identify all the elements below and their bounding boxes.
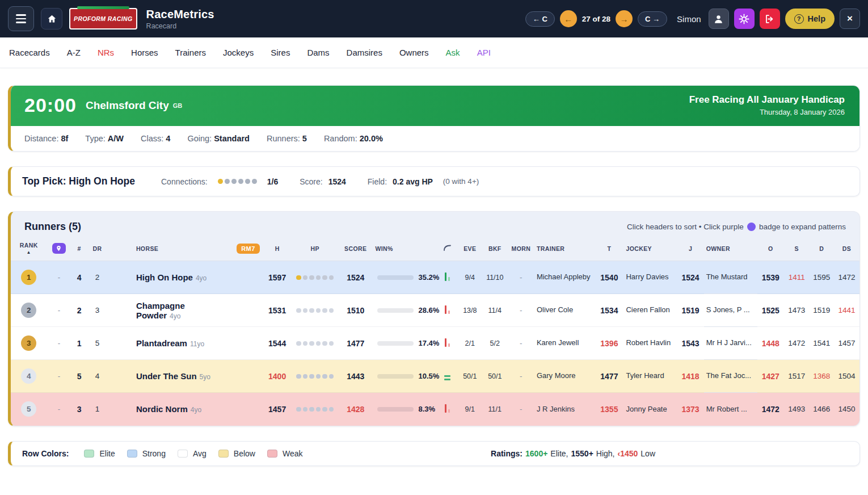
close-button[interactable]: ×	[840, 9, 860, 29]
t-cell: 1477	[595, 360, 623, 393]
col-rm7[interactable]: RM7	[234, 238, 263, 261]
help-button[interactable]: ? Help	[785, 9, 835, 29]
form-curve-icon	[443, 245, 451, 251]
form-spark-icon	[445, 338, 450, 347]
horse-cell[interactable]: Plantadream11yo	[134, 327, 234, 360]
jockey-cell[interactable]: Tyler Heard	[623, 360, 677, 393]
ds-cell: 1504	[834, 360, 859, 393]
tab-nrs[interactable]: NRs	[98, 48, 114, 57]
race-type: Type:A/W	[85, 134, 124, 143]
col-o[interactable]: O	[757, 238, 784, 261]
proform-racing-logo[interactable]: PROFORM RACING	[69, 8, 137, 30]
col-t[interactable]: T	[595, 238, 623, 261]
race-header-right: Free Racing All January Handicap Thursda…	[689, 94, 845, 116]
col-s[interactable]: S	[784, 238, 810, 261]
trainer-cell[interactable]: Gary Moore	[534, 360, 595, 393]
tab-sires[interactable]: Sires	[271, 48, 290, 57]
home-button[interactable]	[41, 8, 62, 30]
runner-row[interactable]: 5 - 3 1 Nordic Norm4yo 1457 1428 8.3% 9/…	[11, 393, 859, 426]
col-number[interactable]: #	[71, 238, 87, 261]
jockey-cell[interactable]: Harry Davies	[623, 261, 677, 294]
j-cell: 1519	[677, 294, 704, 327]
next-course-button[interactable]: C →	[638, 11, 667, 27]
hamburger-menu-button[interactable]	[8, 6, 34, 31]
connections-dots	[218, 179, 257, 184]
race-random: Random:20.0%	[324, 134, 383, 143]
col-horse[interactable]: HORSE	[134, 238, 234, 261]
tab-dams[interactable]: Dams	[307, 48, 329, 57]
col-draw[interactable]: DR	[87, 238, 107, 261]
ds-cell: 1441	[834, 294, 859, 327]
tab-horses[interactable]: Horses	[131, 48, 158, 57]
jockey-cell[interactable]: Jonny Peate	[623, 393, 677, 426]
runner-row[interactable]: 4 - 5 4 Under The Sun5yo 1400 1443 10.5%…	[11, 360, 859, 393]
col-win[interactable]: WIN%	[373, 238, 437, 261]
owner-cell[interactable]: The Fat Joc...	[704, 360, 757, 393]
col-morn[interactable]: MORN	[508, 238, 534, 261]
rank-badge: 3	[21, 335, 36, 351]
tab-owners[interactable]: Owners	[399, 48, 429, 57]
horse-cell[interactable]: High On Hope4yo	[134, 261, 234, 294]
o-cell: 1472	[757, 393, 784, 426]
owner-cell[interactable]: Mr Robert ...	[704, 393, 757, 426]
s-cell: 1517	[784, 360, 810, 393]
legend-title: Row Colors:	[22, 449, 69, 458]
col-pattern[interactable]	[47, 238, 71, 261]
jockey-cell[interactable]: Robert Havlin	[623, 327, 677, 360]
col-d[interactable]: D	[810, 238, 834, 261]
prev-race-button[interactable]: ←	[560, 10, 577, 27]
col-bkf[interactable]: BKF	[482, 238, 508, 261]
trainer-cell[interactable]: Michael Appleby	[534, 261, 595, 294]
race-course: Chelmsford City	[86, 99, 169, 112]
tab-damsires[interactable]: Damsires	[347, 48, 382, 57]
col-form[interactable]	[437, 238, 458, 261]
runners-header: Runners (5) Click headers to sort • Clic…	[11, 212, 859, 238]
bkf-cell: 11/10	[482, 261, 508, 294]
runner-row[interactable]: 2 - 2 3 Champagne Powder4yo 1531 1510 28…	[11, 294, 859, 327]
tab-jockeys[interactable]: Jockeys	[223, 48, 254, 57]
tab-a-z[interactable]: A-Z	[67, 48, 81, 57]
prev-course-button[interactable]: ← C	[525, 11, 555, 27]
owner-cell[interactable]: The Mustard	[704, 261, 757, 294]
settings-button[interactable]	[734, 9, 755, 29]
col-jockey[interactable]: JOCKEY	[623, 238, 677, 261]
col-owner[interactable]: OWNER	[704, 238, 757, 261]
owner-cell[interactable]: Mr H J Jarvi...	[704, 327, 757, 360]
col-ds[interactable]: DS	[834, 238, 859, 261]
trainer-cell[interactable]: Oliver Cole	[534, 294, 595, 327]
pattern-pin-badge[interactable]	[52, 243, 66, 254]
col-hp[interactable]: HP	[292, 238, 338, 261]
tab-racecards[interactable]: Racecards	[9, 48, 50, 57]
horse-cell[interactable]: Nordic Norm4yo	[134, 393, 234, 426]
horse-cell[interactable]: Champagne Powder4yo	[134, 294, 234, 327]
tab-trainers[interactable]: Trainers	[175, 48, 206, 57]
connections-label: Connections:	[161, 177, 208, 186]
owner-cell[interactable]: S Jones, P ...	[704, 294, 757, 327]
col-trainer[interactable]: TRAINER	[534, 238, 595, 261]
draw-cell: 4	[87, 360, 107, 393]
strong-swatch	[127, 450, 137, 458]
runner-row[interactable]: 1 - 4 2 High On Hope4yo 1597 1524 35.2% …	[11, 261, 859, 294]
tab-ask[interactable]: Ask	[446, 48, 460, 57]
col-score[interactable]: SCORE	[338, 238, 373, 261]
number-cell: 3	[71, 393, 87, 426]
col-j[interactable]: J	[677, 238, 704, 261]
bkf-cell: 11/4	[482, 294, 508, 327]
horse-cell[interactable]: Under The Sun5yo	[134, 360, 234, 393]
runner-row[interactable]: 3 - 1 5 Plantadream11yo 1544 1477 17.4% …	[11, 327, 859, 360]
t-cell: 1534	[595, 294, 623, 327]
table-header-row: RANK▲ # DR HORSE RM7 H HP SCORE WIN% EVE…	[11, 238, 859, 261]
trainer-cell[interactable]: J R Jenkins	[534, 393, 595, 426]
user-profile-button[interactable]	[709, 9, 729, 29]
rm7-badge[interactable]: RM7	[237, 244, 259, 254]
trainer-cell[interactable]: Karen Jewell	[534, 327, 595, 360]
tab-api[interactable]: API	[477, 48, 491, 57]
col-eve[interactable]: EVE	[458, 238, 482, 261]
col-h[interactable]: H	[263, 238, 292, 261]
jockey-cell[interactable]: Cieren Fallon	[623, 294, 677, 327]
col-rank[interactable]: RANK▲	[11, 238, 47, 261]
next-race-button[interactable]: →	[616, 10, 633, 27]
runners-card: Runners (5) Click headers to sort • Clic…	[8, 211, 860, 426]
logout-button[interactable]	[760, 9, 780, 29]
hp-dots	[296, 341, 334, 346]
